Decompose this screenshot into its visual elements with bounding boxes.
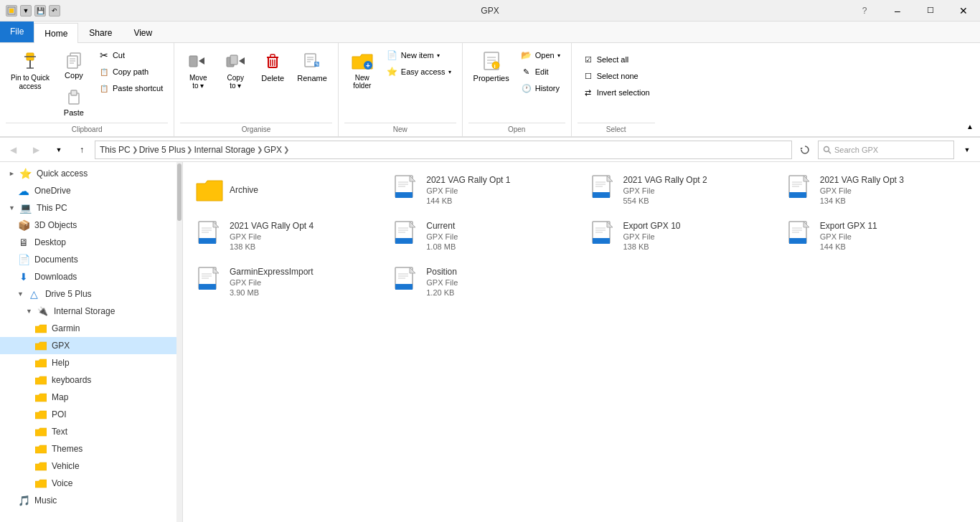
sidebar-item-drive5plus[interactable]: ▼ △ Drive 5 Plus: [0, 285, 182, 303]
breadcrumb-item-internal-storage[interactable]: Internal Storage: [194, 145, 255, 155]
sidebar-item-3d-objects[interactable]: 📦 3D Objects: [0, 217, 182, 234]
back-button[interactable]: ◀: [3, 140, 23, 160]
properties-button[interactable]: i Properties: [468, 46, 514, 86]
refresh-button[interactable]: [795, 140, 815, 160]
copy-path-button[interactable]: 📋 Copy path: [93, 64, 168, 80]
address-dropdown-button[interactable]: ▼: [957, 140, 977, 160]
search-box-inner: Search GPX: [823, 146, 949, 154]
title-undo-icon[interactable]: ↶: [49, 5, 60, 16]
sidebar-item-music[interactable]: 🎵 Music: [0, 492, 182, 509]
sidebar-item-map[interactable]: Map: [0, 389, 182, 406]
sidebar-item-gpx[interactable]: GPX: [0, 337, 182, 354]
breadcrumb-item-thispc[interactable]: This PC: [100, 145, 131, 155]
history-button[interactable]: 🕐 History: [516, 80, 565, 96]
select-all-button[interactable]: ☑ Select all: [578, 52, 655, 67]
up-button[interactable]: ↑: [72, 140, 92, 160]
sidebar-item-keyboards[interactable]: keyboards: [0, 371, 182, 389]
file-vag-opt2[interactable]: 2021 VAG Rally Opt 2 GPX File 554 KB: [583, 168, 778, 212]
cut-label: Cut: [113, 51, 125, 60]
tab-share[interactable]: Share: [78, 22, 123, 42]
sidebar-label-help: Help: [52, 358, 70, 368]
move-to-button[interactable]: Moveto ▾: [180, 46, 216, 93]
title-save-icon[interactable]: 💾: [34, 5, 46, 16]
position-info: Position GPX File 1.20 KB: [426, 267, 458, 297]
sidebar-label-internal-storage: Internal Storage: [54, 306, 115, 316]
maximize-button[interactable]: ☐: [914, 0, 947, 22]
search-box[interactable]: Search GPX: [818, 141, 954, 159]
file-garmin-express-import[interactable]: GarminExpressImport GPX File 3.90 MB: [189, 260, 384, 304]
open-button[interactable]: 📂 Open ▾: [516, 47, 565, 63]
file-vag-opt3[interactable]: 2021 VAG Rally Opt 3 GPX File 134 KB: [779, 168, 974, 212]
sidebar-item-voice[interactable]: Voice: [0, 475, 182, 492]
sidebar-item-downloads[interactable]: ⬇ Downloads: [0, 268, 182, 285]
copy-to-button[interactable]: Copyto ▾: [217, 46, 253, 93]
sidebar-item-help[interactable]: Help: [0, 354, 182, 371]
minimize-button[interactable]: –: [881, 0, 914, 22]
tab-file[interactable]: File: [0, 21, 34, 42]
expand-icon-drive5plus: ▼: [17, 290, 24, 298]
sidebar-label-keyboards: keyboards: [52, 375, 91, 385]
new-folder-icon: +: [351, 49, 374, 72]
sidebar-label-garmin: Garmin: [52, 323, 80, 333]
search-placeholder: Search GPX: [834, 146, 878, 154]
svg-rect-61: [199, 238, 216, 244]
recent-locations-button[interactable]: ▼: [49, 140, 69, 160]
pin-to-quick-access-button[interactable]: Pin to Quickaccess: [6, 46, 55, 95]
folder-archive[interactable]: Archive: [189, 168, 384, 212]
tab-view[interactable]: View: [123, 22, 163, 42]
select-none-icon: ☐: [583, 70, 594, 82]
sidebar-label-text: Text: [52, 427, 67, 437]
file-vag-opt1[interactable]: 2021 VAG Rally Opt 1 GPX File 144 KB: [385, 168, 580, 212]
open-label: Open: [535, 51, 555, 60]
delete-button[interactable]: Delete: [255, 46, 291, 86]
file-current[interactable]: Current GPX File 1.08 MB: [385, 214, 580, 258]
file-position[interactable]: Position GPX File 1.20 KB: [385, 260, 580, 304]
3d-objects-icon: 📦: [17, 219, 30, 232]
sidebar-item-garmin[interactable]: Garmin: [0, 320, 182, 337]
breadcrumb-item-gpx[interactable]: GPX: [264, 145, 282, 155]
vag-opt1-type: GPX File: [426, 186, 510, 195]
invert-selection-button[interactable]: ⇄ Invert selection: [578, 85, 655, 100]
tab-home[interactable]: Home: [34, 23, 78, 43]
copy-button[interactable]: Copy: [56, 46, 92, 83]
paste-button[interactable]: Paste: [56, 83, 92, 120]
sidebar-item-desktop[interactable]: 🖥 Desktop: [0, 234, 182, 251]
sidebar-item-quick-access[interactable]: ► ⭐ Quick access: [0, 165, 182, 182]
sidebar-item-internal-storage[interactable]: ▼ 🔌 Internal Storage: [0, 303, 182, 320]
rename-button[interactable]: ✎ Rename: [292, 46, 332, 86]
documents-icon: 📄: [17, 253, 30, 266]
sidebar-item-documents[interactable]: 📄 Documents: [0, 251, 182, 268]
file-export-gpx11[interactable]: Export GPX 11 GPX File 144 KB: [779, 214, 974, 258]
file-export-gpx10[interactable]: Export GPX 10 GPX File 138 KB: [583, 214, 778, 258]
ribbon-group-new: + Newfolder 📄 New item ▾ ⭐ Easy access ▾: [339, 43, 463, 136]
easy-access-button[interactable]: ⭐ Easy access ▾: [382, 64, 456, 80]
help-button[interactable]: ?: [848, 0, 881, 22]
sidebar-item-onedrive[interactable]: ☁ OneDrive: [0, 182, 182, 199]
paste-shortcut-button[interactable]: 📋 Paste shortcut: [93, 80, 168, 96]
breadcrumb-sep-3: ❯: [257, 146, 263, 153]
file-vag-opt4[interactable]: 2021 VAG Rally Opt 4 GPX File 138 KB: [189, 214, 384, 258]
ribbon-group-select: ☑ Select all ☐ Select none ⇄ Invert sele…: [572, 43, 661, 136]
export-gpx10-size: 138 KB: [623, 242, 681, 251]
title-quick-access-icon[interactable]: ▼: [20, 5, 32, 16]
cut-button[interactable]: ✂ Cut: [93, 47, 168, 63]
sidebar-scrollbar-thumb[interactable]: [177, 163, 182, 221]
edit-button[interactable]: ✎ Edit: [516, 64, 565, 80]
pin-icon: [19, 49, 42, 72]
vehicle-folder-icon: [34, 460, 47, 473]
sidebar-item-themes[interactable]: Themes: [0, 440, 182, 457]
breadcrumb-item-drive5plus[interactable]: Drive 5 Plus: [139, 145, 186, 155]
new-folder-button[interactable]: + Newfolder: [344, 46, 380, 93]
sidebar-item-this-pc[interactable]: ▼ 💻 This PC: [0, 199, 182, 217]
select-none-button[interactable]: ☐ Select none: [578, 68, 655, 84]
sidebar-item-poi[interactable]: POI: [0, 406, 182, 423]
export-gpx10-type: GPX File: [623, 232, 681, 241]
sidebar-item-vehicle[interactable]: Vehicle: [0, 457, 182, 475]
sidebar-item-text[interactable]: Text: [0, 423, 182, 440]
sidebar-label-gpx: GPX: [52, 341, 70, 351]
close-button[interactable]: ✕: [947, 0, 980, 22]
new-item-button[interactable]: 📄 New item ▾: [382, 47, 456, 63]
vag-opt2-info: 2021 VAG Rally Opt 2 GPX File 554 KB: [623, 175, 707, 205]
forward-button[interactable]: ▶: [26, 140, 46, 160]
ribbon-expand-button[interactable]: ▲: [963, 119, 977, 133]
